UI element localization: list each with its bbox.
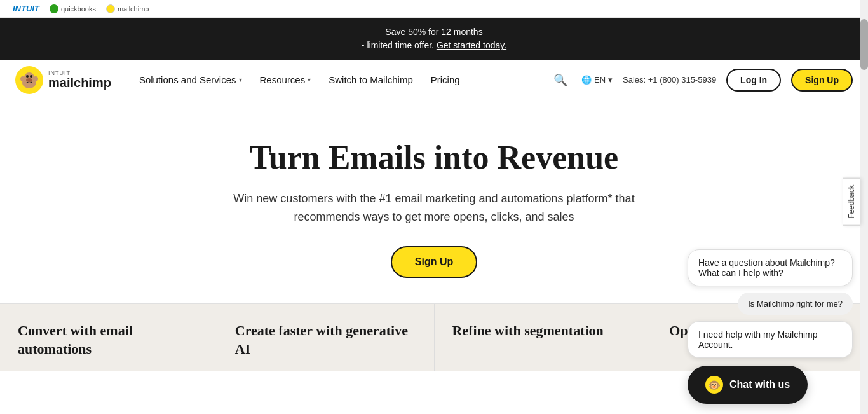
- nav-resources[interactable]: Resources ▾: [252, 69, 319, 90]
- feature-card-automations: Convert with email automations: [0, 304, 217, 371]
- nav-links: Solutions and Services ▾ Resources ▾ Swi…: [132, 69, 550, 90]
- mailchimp-topbar-label: mailchimp: [118, 5, 149, 13]
- nav-resources-label: Resources: [260, 74, 306, 85]
- scrollbar-thumb[interactable]: [860, 19, 868, 70]
- nav-solutions-services[interactable]: Solutions and Services ▾: [132, 69, 250, 90]
- hero-title: Turn Emails into Revenue: [25, 139, 843, 177]
- lang-label: EN: [594, 75, 606, 85]
- chat-with-us-button[interactable]: 🐵 Chat with us: [688, 366, 808, 371]
- nav-pricing[interactable]: Pricing: [423, 69, 468, 90]
- logo-mailchimp-text: mailchimp: [48, 76, 111, 89]
- feedback-tab[interactable]: Feedback: [843, 178, 860, 226]
- mailchimp-logo-icon: [15, 66, 43, 94]
- nav-pricing-label: Pricing: [431, 74, 460, 85]
- quickbooks-label: quickbooks: [61, 5, 96, 13]
- main-nav: INTUIT mailchimp Solutions and Services …: [0, 60, 868, 100]
- login-button[interactable]: Log In: [726, 69, 781, 92]
- svg-point-4: [30, 75, 32, 78]
- chat-help-message: I need help with my Mailchimp Account.: [688, 321, 853, 358]
- language-selector[interactable]: 🌐 EN ▾: [581, 75, 613, 85]
- chat-bubbles: Have a question about Mailchimp? What ca…: [688, 249, 853, 358]
- logo-text: INTUIT mailchimp: [48, 71, 111, 89]
- mailchimp-icon: [106, 4, 115, 13]
- signup-nav-button[interactable]: Sign Up: [791, 69, 853, 92]
- nav-solutions-label: Solutions and Services: [139, 74, 236, 85]
- chat-widget: Have a question about Mailchimp? What ca…: [688, 249, 853, 371]
- logo-link[interactable]: INTUIT mailchimp: [15, 66, 111, 94]
- chat-bot-message: Have a question about Mailchimp? What ca…: [688, 249, 853, 286]
- nav-switch-mailchimp[interactable]: Switch to Mailchimp: [321, 69, 421, 90]
- announcement-cta-link[interactable]: Get started today.: [437, 40, 506, 50]
- feature-card-title-2: Create faster with generative AI: [235, 322, 416, 358]
- nav-switch-label: Switch to Mailchimp: [329, 74, 413, 85]
- announcement-text-line2: - limited time offer.: [362, 40, 434, 50]
- hero-signup-button[interactable]: Sign Up: [391, 246, 477, 278]
- top-brand-bar: INTUIT quickbooks mailchimp: [0, 0, 868, 18]
- lang-chevron-icon: ▾: [608, 75, 613, 85]
- announcement-banner: Save 50% for 12 months - limited time of…: [0, 18, 868, 60]
- announcement-text-line1: Save 50% for 12 months: [385, 27, 482, 37]
- quickbooks-brand-link[interactable]: quickbooks: [50, 4, 96, 13]
- chat-suggestion-1[interactable]: Is Mailchimp right for me?: [738, 293, 853, 315]
- search-icon: 🔍: [553, 74, 567, 86]
- scrollbar[interactable]: [860, 0, 868, 371]
- hero-subtitle: Win new customers with the #1 email mark…: [205, 190, 663, 226]
- feature-card-ai: Create faster with generative AI: [217, 304, 435, 371]
- globe-icon: 🌐: [581, 75, 592, 85]
- intuit-logo: INTUIT: [13, 4, 39, 13]
- resources-chevron-icon: ▾: [308, 76, 311, 83]
- sales-phone: Sales: +1 (800) 315-5939: [623, 75, 716, 85]
- svg-point-3: [26, 75, 29, 78]
- quickbooks-icon: [50, 4, 58, 13]
- feature-card-title-1: Convert with email automations: [18, 322, 199, 358]
- mailchimp-brand-link[interactable]: mailchimp: [106, 4, 149, 13]
- search-button[interactable]: 🔍: [550, 69, 571, 91]
- feature-card-segmentation: Refine with segmentation: [435, 304, 652, 371]
- svg-point-5: [26, 78, 32, 82]
- svg-point-6: [20, 76, 25, 81]
- nav-right: 🔍 🌐 EN ▾ Sales: +1 (800) 315-5939 Log In…: [550, 69, 853, 92]
- svg-point-7: [33, 76, 38, 81]
- feature-card-title-3: Refine with segmentation: [452, 322, 634, 340]
- solutions-chevron-icon: ▾: [239, 76, 242, 83]
